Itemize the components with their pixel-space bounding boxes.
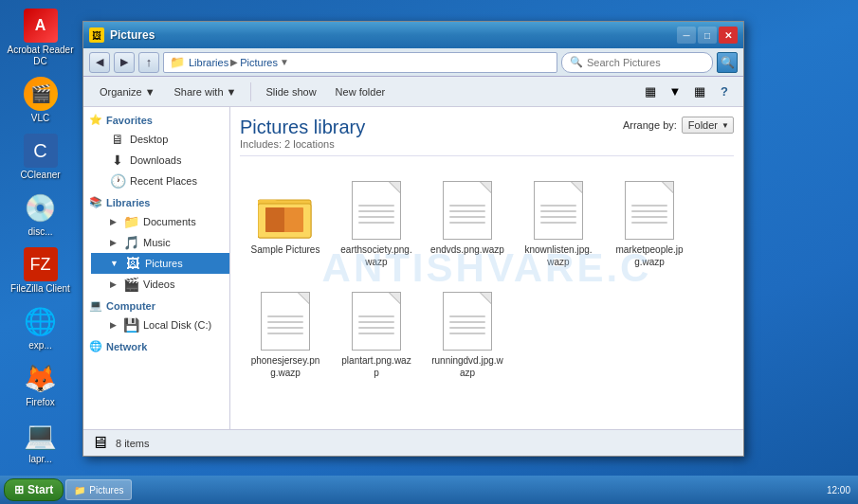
library-title-area: Pictures library Includes: 2 locations (240, 117, 365, 150)
file-name-sample-pictures: Sample Pictures (251, 243, 320, 256)
library-title: Pictures library (240, 117, 365, 138)
documents-icon: 📁 (123, 214, 138, 229)
desktop-icon-acrobat-label: Acrobat Reader DC (7, 45, 74, 67)
taskbar-pictures-item[interactable]: 📁 Pictures (65, 479, 132, 500)
nav-item-music-label: Music (143, 237, 171, 248)
nav-item-documents[interactable]: ▶ 📁 Documents (91, 211, 229, 232)
desktop-icon-disc[interactable]: 💿 disc... (5, 187, 76, 242)
nav-item-local-disk[interactable]: ▶ 💾 Local Disk (C:) (91, 315, 229, 335)
breadcrumb-sep-1: ▶ (230, 57, 238, 67)
forward-button[interactable]: ▶ (114, 52, 135, 73)
content-pane: ANTISHVARE.C Pictures library Includes: … (230, 107, 743, 429)
up-button[interactable]: ↑ (138, 52, 159, 73)
favorites-header[interactable]: ⭐ Favorites (83, 111, 229, 129)
doc-icon-marketpeople (621, 178, 678, 240)
help-button[interactable]: ? (713, 81, 736, 102)
desktop-icon-vlc[interactable]: 🎬 VLC (5, 73, 76, 128)
file-item-sample-pictures[interactable]: Sample Pictures (244, 171, 327, 275)
file-name-plantart: plantart.png.wazp (339, 354, 413, 379)
start-button[interactable]: ⊞ Start (4, 478, 64, 501)
downloads-nav-icon: ⬇ (110, 153, 125, 168)
desktop-icon-firefox[interactable]: 🦊 Firefox (5, 357, 76, 412)
search-input[interactable] (587, 57, 682, 68)
desktop-icon-filezilla[interactable]: FZ FileZilla Client (5, 243, 76, 298)
status-text: 8 items (116, 438, 149, 449)
libraries-header[interactable]: 📚 Libraries (83, 193, 229, 211)
breadcrumb-pictures[interactable]: Pictures (240, 57, 278, 68)
file-item-runningdvd[interactable]: runningdvd.jpg.wazp (426, 282, 509, 386)
new-folder-label: New folder (336, 86, 386, 98)
recent-places-icon: 🕐 (110, 173, 125, 189)
desktop-icon-acrobat[interactable]: A Acrobat Reader DC (5, 5, 76, 71)
file-item-endvds[interactable]: endvds.png.wazp (426, 171, 509, 275)
svg-rect-7 (265, 207, 284, 232)
slideshow-button[interactable]: Slide show (257, 82, 324, 101)
nav-item-videos[interactable]: ▶ 🎬 Videos (91, 274, 229, 295)
explorer-window: 🖼 Pictures ─ □ ✕ ◀ ▶ ↑ 📁 Libraries ▶ Pic… (82, 21, 744, 457)
nav-item-music[interactable]: ▶ 🎵 Music (91, 232, 229, 253)
desktop-icons-container: A Acrobat Reader DC 🎬 VLC C CCleaner 💿 d… (0, 0, 81, 504)
files-grid: Sample Pictures (240, 168, 734, 389)
network-label: Network (106, 341, 147, 352)
desktop-icon-lapr[interactable]: 💻 lapr... (5, 414, 76, 469)
libraries-expand-icon: 📚 (89, 196, 102, 208)
nav-item-pictures[interactable]: ▼ 🖼 Pictures (91, 253, 229, 274)
breadcrumb: Libraries ▶ Pictures ▼ (189, 57, 289, 68)
search-go-button[interactable]: 🔍 (717, 52, 738, 73)
view-large-icons-button[interactable]: ▦ (639, 81, 662, 102)
favorites-children: 🖥 Desktop ⬇ Downloads 🕐 Recent Places (83, 129, 229, 191)
breadcrumb-libraries[interactable]: Libraries (189, 57, 228, 68)
maximize-button[interactable]: □ (698, 27, 717, 44)
share-with-button[interactable]: Share with ▼ (166, 82, 246, 101)
share-arrow: ▼ (227, 86, 237, 98)
file-item-marketpeople[interactable]: marketpeople.jpg.wazp (608, 171, 691, 275)
arrange-dropdown[interactable]: Folder ▼ (682, 117, 734, 134)
computer-header[interactable]: 💻 Computer (83, 297, 229, 315)
address-box[interactable]: 📁 Libraries ▶ Pictures ▼ (163, 52, 557, 73)
arrange-by-label: Arrange by: (623, 119, 677, 131)
desktop-icon-filezilla-label: FileZilla Client (10, 283, 70, 295)
organize-arrow: ▼ (145, 86, 155, 98)
search-box[interactable]: 🔍 (561, 52, 713, 73)
view-list-button[interactable]: ▦ (688, 81, 711, 102)
computer-children: ▶ 💾 Local Disk (C:) (83, 315, 229, 335)
status-computer-icon: 🖥 (91, 433, 108, 453)
start-label: Start (27, 483, 53, 496)
view-details-button[interactable]: ▼ (664, 81, 686, 102)
minimize-button[interactable]: ─ (677, 27, 696, 44)
libraries-label: Libraries (106, 197, 150, 208)
breadcrumb-sep-2: ▼ (280, 57, 289, 67)
local-disk-icon: 💾 (123, 317, 138, 333)
file-item-plantart[interactable]: plantart.png.wazp (335, 282, 418, 386)
library-subtitle: Includes: 2 locations (240, 138, 365, 150)
search-icon: 🔍 (570, 56, 583, 68)
back-button[interactable]: ◀ (89, 52, 110, 73)
network-section: 🌐 Network (83, 337, 229, 355)
desktop-icon-ccleaner[interactable]: C CCleaner (5, 130, 76, 185)
nav-item-recent-label: Recent Places (130, 175, 197, 187)
network-header[interactable]: 🌐 Network (83, 337, 229, 355)
file-item-knownlisten[interactable]: knownlisten.jpg.wazp (517, 171, 600, 275)
desktop-icon-exp[interactable]: 🌐 exp... (5, 300, 76, 355)
desktop-nav-icon: 🖥 (110, 132, 125, 147)
window-icon: 🖼 (89, 27, 104, 43)
desktop-icon-lapr-label: lapr... (28, 454, 51, 465)
new-folder-button[interactable]: New folder (327, 82, 394, 101)
taskbar-active-window-label: Pictures (89, 485, 123, 495)
file-name-marketpeople: marketpeople.jpg.wazp (612, 243, 686, 268)
nav-item-desktop[interactable]: 🖥 Desktop (91, 129, 229, 150)
doc-icon-runningdvd (439, 289, 496, 351)
file-item-phonesjersey[interactable]: phonesjersey.png.wazp (244, 282, 327, 386)
computer-label: Computer (106, 300, 155, 312)
taskbar-right: 12:00 (827, 485, 854, 495)
close-button[interactable]: ✕ (719, 27, 738, 44)
file-name-endvds: endvds.png.wazp (430, 243, 504, 256)
file-name-knownlisten: knownlisten.jpg.wazp (521, 243, 595, 268)
nav-item-recent-places[interactable]: 🕐 Recent Places (91, 171, 229, 191)
file-item-earthsociety[interactable]: earthsociety.png.wazp (335, 171, 418, 275)
organize-button[interactable]: Organize ▼ (91, 82, 164, 101)
pictures-icon: 🖼 (125, 256, 140, 271)
nav-item-downloads[interactable]: ⬇ Downloads (91, 150, 229, 171)
documents-expand-arrow: ▶ (110, 217, 117, 226)
desktop: A Acrobat Reader DC 🎬 VLC C CCleaner 💿 d… (0, 0, 858, 504)
